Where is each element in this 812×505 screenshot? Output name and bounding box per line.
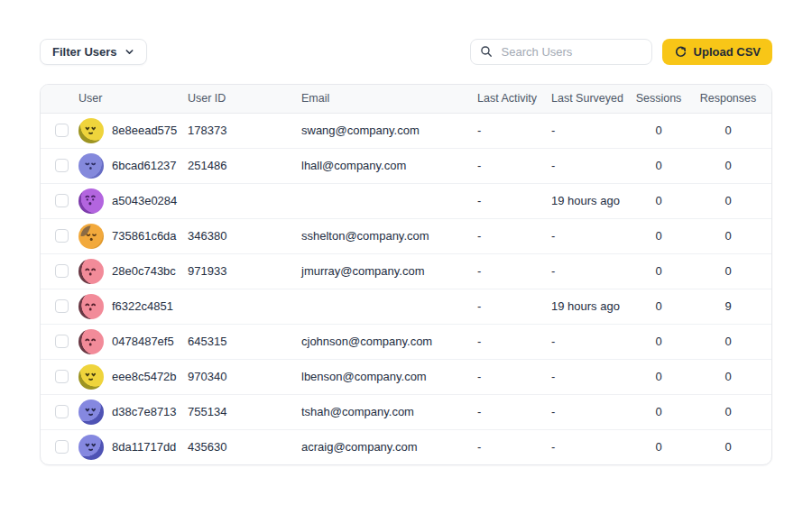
filter-users-button[interactable]: Filter Users xyxy=(40,39,147,65)
responses-cell: 0 xyxy=(685,113,771,148)
user-cell: 8da11717dd xyxy=(78,435,183,460)
user-avatar xyxy=(78,153,104,179)
user-hash: 6bcad61237 xyxy=(112,159,177,172)
sessions-cell: 0 xyxy=(632,218,685,253)
responses-cell: 9 xyxy=(685,289,771,324)
upload-icon xyxy=(674,45,687,59)
table-row: 735861c6da 346380 sshelton@company.com -… xyxy=(41,218,771,253)
sessions-cell: 0 xyxy=(632,359,685,394)
user-id-cell: 435630 xyxy=(183,429,297,464)
email-cell xyxy=(297,183,472,218)
user-id-cell xyxy=(183,183,297,218)
table-row: eee8c5472b 970340 lbenson@company.com - … xyxy=(41,359,771,394)
user-id-cell: 970340 xyxy=(183,359,297,394)
upload-csv-label: Upload CSV xyxy=(694,45,761,59)
table-body: 8e8eead575 178373 swang@company.com - - … xyxy=(41,113,771,464)
upload-csv-button[interactable]: Upload CSV xyxy=(662,39,772,65)
last-activity-cell: - xyxy=(472,324,546,359)
user-id-cell: 346380 xyxy=(183,218,297,253)
user-cell: f6322c4851 xyxy=(78,294,183,319)
user-avatar xyxy=(78,188,104,214)
email-cell: lhall@company.com xyxy=(297,148,472,183)
last-surveyed-cell: 19 hours ago xyxy=(546,289,632,324)
user-id-cell xyxy=(183,289,297,324)
email-cell: jmurray@company.com xyxy=(297,253,472,289)
user-cell: eee8c5472b xyxy=(78,364,183,390)
table-header-row: UserUser IDEmailLast ActivityLast Survey… xyxy=(41,85,771,113)
user-avatar xyxy=(78,118,104,143)
user-hash: f6322c4851 xyxy=(112,299,173,313)
table-row: a5043e0284 - 19 hours ago 0 0 xyxy=(41,183,771,218)
row-checkbox[interactable] xyxy=(55,229,69,243)
user-hash: a5043e0284 xyxy=(112,194,177,207)
last-surveyed-cell: - xyxy=(546,429,632,464)
last-activity-cell: - xyxy=(472,359,546,394)
user-hash: 28e0c743bc xyxy=(112,264,176,278)
last-activity-cell: - xyxy=(472,183,546,218)
row-checkbox[interactable] xyxy=(55,299,69,313)
table-row: 28e0c743bc 971933 jmurray@company.com - … xyxy=(41,253,771,289)
toolbar: Filter Users Upload CSV xyxy=(40,38,772,65)
email-cell: tshah@company.com xyxy=(297,394,472,429)
column-header-last-surveyed: Last Surveyed xyxy=(546,85,632,113)
row-checkbox[interactable] xyxy=(55,124,69,137)
user-avatar xyxy=(78,435,104,460)
row-checkbox[interactable] xyxy=(55,159,69,172)
chevron-down-icon xyxy=(125,47,134,57)
row-checkbox[interactable] xyxy=(55,405,69,418)
table-row: 0478487ef5 645315 cjohnson@company.com -… xyxy=(41,324,771,359)
user-hash: 8da11717dd xyxy=(112,440,176,454)
last-surveyed-cell: - xyxy=(546,253,632,289)
sessions-cell: 0 xyxy=(632,253,685,289)
select-all-column xyxy=(41,85,73,113)
row-checkbox[interactable] xyxy=(55,370,69,383)
user-id-cell: 645315 xyxy=(183,324,297,359)
last-surveyed-cell: - xyxy=(546,359,632,394)
responses-cell: 0 xyxy=(685,253,771,289)
last-surveyed-cell: - xyxy=(546,148,632,183)
last-activity-cell: - xyxy=(472,394,546,429)
user-avatar xyxy=(78,399,104,425)
sessions-cell: 0 xyxy=(632,183,685,218)
user-avatar xyxy=(78,224,104,249)
filter-users-label: Filter Users xyxy=(52,45,117,59)
table-row: 6bcad61237 251486 lhall@company.com - - … xyxy=(41,148,771,183)
user-id-cell: 755134 xyxy=(183,394,297,429)
last-activity-cell: - xyxy=(472,429,546,464)
responses-cell: 0 xyxy=(685,183,771,218)
search-box[interactable] xyxy=(470,39,652,65)
user-avatar xyxy=(78,329,104,354)
last-activity-cell: - xyxy=(472,253,546,289)
responses-cell: 0 xyxy=(685,429,771,464)
row-checkbox[interactable] xyxy=(55,264,69,278)
search-input[interactable] xyxy=(500,44,642,60)
user-hash: d38c7e8713 xyxy=(112,405,177,418)
user-hash: 0478487ef5 xyxy=(112,335,174,348)
row-checkbox[interactable] xyxy=(55,335,69,348)
sessions-cell: 0 xyxy=(632,113,685,148)
toolbar-right: Upload CSV xyxy=(470,39,772,65)
user-cell: 735861c6da xyxy=(78,224,183,249)
last-activity-cell: - xyxy=(472,289,546,324)
table-row: f6322c4851 - 19 hours ago 0 9 xyxy=(41,289,771,324)
column-header-user: User xyxy=(73,85,183,113)
user-id-cell: 971933 xyxy=(183,253,297,289)
search-icon xyxy=(480,45,493,58)
user-cell: 28e0c743bc xyxy=(78,259,183,284)
row-checkbox[interactable] xyxy=(55,194,69,207)
email-cell xyxy=(297,289,472,324)
sessions-cell: 0 xyxy=(632,324,685,359)
email-cell: lbenson@company.com xyxy=(297,359,472,394)
column-header-user-id: User ID xyxy=(183,85,297,113)
user-cell: a5043e0284 xyxy=(78,188,183,214)
row-checkbox[interactable] xyxy=(55,440,69,454)
user-hash: eee8c5472b xyxy=(112,370,177,383)
user-cell: 0478487ef5 xyxy=(78,329,183,354)
column-header-email: Email xyxy=(297,85,472,113)
sessions-cell: 0 xyxy=(632,289,685,324)
sessions-cell: 0 xyxy=(632,394,685,429)
user-id-cell: 251486 xyxy=(183,148,297,183)
responses-cell: 0 xyxy=(685,218,771,253)
last-surveyed-cell: - xyxy=(546,113,632,148)
user-hash: 8e8eead575 xyxy=(112,124,177,137)
